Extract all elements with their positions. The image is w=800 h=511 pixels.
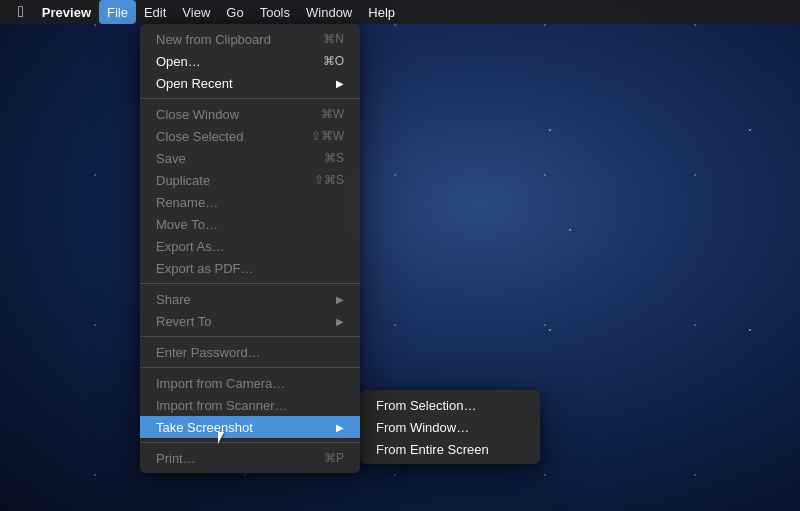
from-entire-screen-label: From Entire Screen xyxy=(376,442,524,457)
export-as-item[interactable]: Export As… xyxy=(140,235,360,257)
take-screenshot-arrow: ▶ xyxy=(336,422,344,433)
separator-5 xyxy=(140,442,360,443)
export-as-pdf-item[interactable]: Export as PDF… xyxy=(140,257,360,279)
close-window-shortcut: ⌘W xyxy=(321,107,344,121)
open-recent-item[interactable]: Open Recent ▶ xyxy=(140,72,360,94)
rename-item[interactable]: Rename… xyxy=(140,191,360,213)
new-from-clipboard-label: New from Clipboard xyxy=(156,32,323,47)
close-window-item[interactable]: Close Window ⌘W xyxy=(140,103,360,125)
print-item[interactable]: Print… ⌘P xyxy=(140,447,360,469)
print-label: Print… xyxy=(156,451,324,466)
go-menu-item[interactable]: Go xyxy=(218,0,251,24)
edit-menu-item[interactable]: Edit xyxy=(136,0,174,24)
help-menu-item[interactable]: Help xyxy=(360,0,403,24)
apple-menu[interactable]:  xyxy=(8,0,34,24)
move-to-item[interactable]: Move To… xyxy=(140,213,360,235)
from-window-label: From Window… xyxy=(376,420,524,435)
save-shortcut: ⌘S xyxy=(324,151,344,165)
export-as-pdf-label: Export as PDF… xyxy=(156,261,344,276)
close-selected-item[interactable]: Close Selected ⇧⌘W xyxy=(140,125,360,147)
save-item[interactable]: Save ⌘S xyxy=(140,147,360,169)
print-shortcut: ⌘P xyxy=(324,451,344,465)
import-from-camera-item[interactable]: Import from Camera… xyxy=(140,372,360,394)
open-recent-arrow: ▶ xyxy=(336,78,344,89)
view-menu-item[interactable]: View xyxy=(174,0,218,24)
export-as-label: Export As… xyxy=(156,239,344,254)
duplicate-shortcut: ⇧⌘S xyxy=(314,173,344,187)
duplicate-item[interactable]: Duplicate ⇧⌘S xyxy=(140,169,360,191)
close-selected-label: Close Selected xyxy=(156,129,311,144)
open-label: Open… xyxy=(156,54,323,69)
revert-to-label: Revert To xyxy=(156,314,336,329)
from-selection-item[interactable]: From Selection… xyxy=(360,394,540,416)
import-from-camera-label: Import from Camera… xyxy=(156,376,344,391)
open-recent-label: Open Recent xyxy=(156,76,336,91)
save-label: Save xyxy=(156,151,324,166)
separator-3 xyxy=(140,336,360,337)
take-screenshot-label: Take Screenshot xyxy=(156,420,336,435)
close-selected-shortcut: ⇧⌘W xyxy=(311,129,344,143)
revert-to-item[interactable]: Revert To ▶ xyxy=(140,310,360,332)
from-window-item[interactable]: From Window… xyxy=(360,416,540,438)
open-item[interactable]: Open… ⌘O xyxy=(140,50,360,72)
tools-menu-item[interactable]: Tools xyxy=(252,0,298,24)
separator-4 xyxy=(140,367,360,368)
import-from-scanner-label: Import from Scanner… xyxy=(156,398,344,413)
new-from-clipboard-shortcut: ⌘N xyxy=(323,32,344,46)
enter-password-label: Enter Password… xyxy=(156,345,344,360)
from-entire-screen-item[interactable]: From Entire Screen xyxy=(360,438,540,460)
revert-to-arrow: ▶ xyxy=(336,316,344,327)
separator-2 xyxy=(140,283,360,284)
take-screenshot-submenu: From Selection… From Window… From Entire… xyxy=(360,390,540,464)
window-menu-item[interactable]: Window xyxy=(298,0,360,24)
import-from-scanner-item[interactable]: Import from Scanner… xyxy=(140,394,360,416)
file-menu-item[interactable]: File xyxy=(99,0,136,24)
share-item[interactable]: Share ▶ xyxy=(140,288,360,310)
move-to-label: Move To… xyxy=(156,217,344,232)
duplicate-label: Duplicate xyxy=(156,173,314,188)
open-shortcut: ⌘O xyxy=(323,54,344,68)
separator-1 xyxy=(140,98,360,99)
file-dropdown-menu: New from Clipboard ⌘N Open… ⌘O Open Rece… xyxy=(140,24,360,473)
share-arrow: ▶ xyxy=(336,294,344,305)
rename-label: Rename… xyxy=(156,195,344,210)
enter-password-item[interactable]: Enter Password… xyxy=(140,341,360,363)
menu-bar:  Preview File Edit View Go Tools Window… xyxy=(0,0,800,24)
close-window-label: Close Window xyxy=(156,107,321,122)
take-screenshot-item[interactable]: Take Screenshot ▶ xyxy=(140,416,360,438)
share-label: Share xyxy=(156,292,336,307)
new-from-clipboard-item[interactable]: New from Clipboard ⌘N xyxy=(140,28,360,50)
from-selection-label: From Selection… xyxy=(376,398,524,413)
app-name[interactable]: Preview xyxy=(34,0,99,24)
